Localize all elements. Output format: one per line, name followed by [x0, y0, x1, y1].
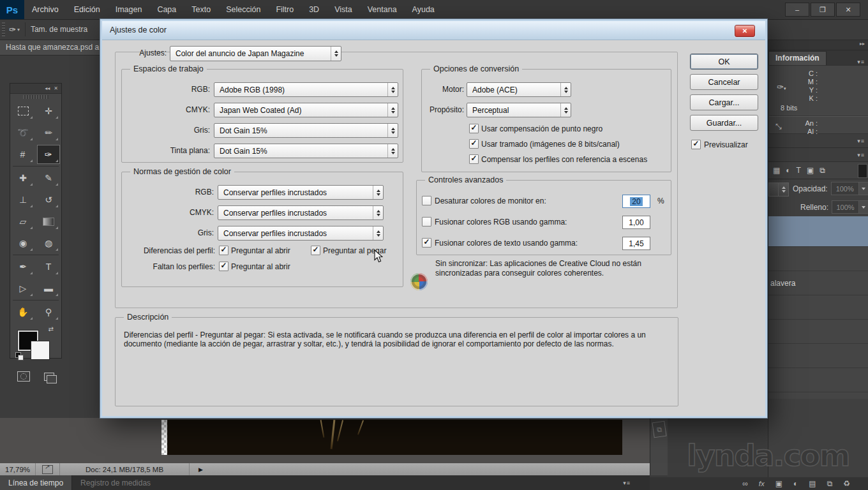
- history-brush-tool[interactable]: ↺: [38, 191, 59, 209]
- restore-button[interactable]: ❐: [811, 3, 835, 17]
- missing-profiles-checkbox-0[interactable]: [219, 262, 228, 271]
- gradient-tool[interactable]: [38, 212, 59, 230]
- menu-capa[interactable]: Capa: [149, 0, 184, 19]
- clone-stamp-tool[interactable]: ⊥: [12, 191, 34, 209]
- conversion-checkbox-1[interactable]: [469, 139, 479, 149]
- eyedropper-option-icon[interactable]: ✑: [9, 25, 16, 34]
- zoom-tool[interactable]: ⚲: [38, 303, 59, 321]
- panel-menu-icon[interactable]: ▾≡: [623, 480, 634, 486]
- document-tab[interactable]: Hasta que amanezca.psd a: [0, 40, 106, 56]
- collapse-panel-icon[interactable]: ◂◂: [45, 85, 50, 91]
- close-button[interactable]: ✕: [836, 3, 860, 17]
- adjustment-layer-icon[interactable]: ◐: [793, 479, 798, 488]
- shape-tool[interactable]: ▬: [38, 279, 59, 297]
- layer-effects-icon[interactable]: fx: [759, 480, 765, 487]
- collapse-panels-icon[interactable]: ▸▸: [768, 40, 868, 50]
- menu-edicin[interactable]: Edición: [66, 0, 108, 19]
- crop-tool[interactable]: #: [12, 145, 34, 163]
- opacity-value[interactable]: 100%: [831, 182, 859, 195]
- layer-row-7[interactable]: [768, 392, 868, 399]
- workspace-dropdown-1[interactable]: Japan Web Coated (Ad): [214, 103, 398, 117]
- profile-mismatch-checkbox-0[interactable]: [219, 246, 228, 255]
- advanced-value-1[interactable]: 1,00: [622, 216, 650, 229]
- advanced-checkbox-0[interactable]: [422, 196, 431, 205]
- background-color-swatch[interactable]: [31, 341, 50, 360]
- document-image[interactable]: [167, 420, 622, 455]
- opacity-drop-icon[interactable]: [859, 182, 868, 195]
- fill-value[interactable]: 100%: [832, 200, 859, 214]
- layer-row-5[interactable]: [768, 344, 868, 368]
- menu-archivo[interactable]: Archivo: [24, 0, 66, 19]
- layer-row-0[interactable]: [768, 216, 868, 247]
- export-status-icon[interactable]: [42, 465, 53, 474]
- fill-drop-icon[interactable]: [859, 200, 868, 214]
- policy-dropdown-2[interactable]: Conservar perfiles incrustados: [218, 226, 384, 241]
- healing-brush-tool[interactable]: ✚: [12, 169, 34, 187]
- dialog-close-button[interactable]: ✕: [735, 25, 755, 37]
- link-layers-icon[interactable]: ∞: [742, 479, 748, 488]
- layer-row-6[interactable]: [768, 368, 868, 392]
- default-colors-icon[interactable]: [15, 352, 23, 360]
- advanced-value-0[interactable]: 20: [622, 195, 650, 208]
- cancel-button[interactable]: Cancelar: [690, 74, 758, 90]
- layer-row-1[interactable]: [768, 247, 868, 271]
- filter-toggle[interactable]: [858, 164, 867, 178]
- policy-dropdown-0[interactable]: Conservar perfiles incrustados: [218, 185, 384, 200]
- filter-pixel-layers-icon[interactable]: ▦: [773, 166, 780, 175]
- tab-registro-de-medidas[interactable]: Registro de medidas: [72, 475, 159, 490]
- settings-dropdown[interactable]: Color del anuncio de Japan Magazine: [170, 46, 341, 61]
- pen-tool[interactable]: ✒: [12, 258, 34, 276]
- quick-selection-tool[interactable]: ✏: [38, 124, 59, 142]
- load-button[interactable]: Cargar...: [690, 94, 758, 110]
- filter-type-layers-icon[interactable]: T: [797, 166, 801, 175]
- collapsed-panel-2[interactable]: ▾≡: [768, 148, 868, 162]
- layer-row-3[interactable]: [768, 295, 868, 320]
- swap-colors-icon[interactable]: ⇄: [49, 325, 54, 332]
- profile-mismatch-checkbox-1[interactable]: [311, 246, 320, 255]
- toolbox-grip[interactable]: [23, 95, 49, 99]
- tab-l-nea-de-tiempo[interactable]: Línea de tiempo: [0, 475, 72, 490]
- conversion-checkbox-0[interactable]: [469, 124, 479, 133]
- policy-dropdown-1[interactable]: Conservar perfiles incrustados: [218, 205, 384, 220]
- filter-smart-objects-icon[interactable]: ⧉: [819, 166, 825, 175]
- layer-mask-icon[interactable]: ▣: [775, 479, 782, 488]
- status-arrow-icon[interactable]: ▶: [198, 466, 203, 473]
- workspace-dropdown-0[interactable]: Adobe RGB (1998): [214, 82, 398, 97]
- panel-menu-icon[interactable]: ▾≡: [857, 152, 868, 158]
- eyedropper-readout-icon[interactable]: ✑▾: [777, 82, 786, 92]
- save-button[interactable]: Guardar...: [690, 115, 758, 131]
- tab-informacion[interactable]: Información: [768, 51, 827, 65]
- advanced-checkbox-2[interactable]: [422, 238, 431, 248]
- blend-mode-dropdown[interactable]: [768, 182, 789, 197]
- new-layer-icon[interactable]: ⧉: [827, 479, 833, 488]
- menu-ayuda[interactable]: Ayuda: [405, 0, 442, 19]
- quick-mask-icon[interactable]: [17, 371, 30, 382]
- preview-checkbox[interactable]: [691, 140, 701, 149]
- delete-layer-icon[interactable]: ♻: [843, 479, 850, 488]
- dodge-tool[interactable]: ◍: [38, 234, 59, 252]
- menu-seleccin[interactable]: Selección: [218, 0, 268, 19]
- lasso-tool[interactable]: ➰: [12, 124, 34, 142]
- move-tool[interactable]: ✛: [38, 102, 59, 120]
- path-selection-tool[interactable]: ▷: [12, 279, 34, 297]
- layer-row-2[interactable]: alavera: [768, 271, 868, 295]
- filter-adjustment-layers-icon[interactable]: ◐: [786, 166, 790, 175]
- menu-imagen[interactable]: Imagen: [108, 0, 150, 19]
- menu-ventana[interactable]: Ventana: [360, 0, 405, 19]
- workspace-dropdown-2[interactable]: Dot Gain 15%: [214, 123, 398, 138]
- menu-texto[interactable]: Texto: [184, 0, 218, 19]
- type-tool[interactable]: T: [38, 258, 59, 276]
- close-panel-icon[interactable]: ✕: [54, 85, 58, 91]
- layer-row-4[interactable]: [768, 320, 868, 344]
- minimize-button[interactable]: –: [785, 3, 809, 17]
- collapsed-panel-1[interactable]: ▾≡: [768, 134, 868, 148]
- menu-vista[interactable]: Vista: [327, 0, 360, 19]
- panel-menu-icon[interactable]: ▾≡: [857, 59, 868, 65]
- layer-group-icon[interactable]: ▤: [809, 479, 816, 488]
- workspace-dropdown-3[interactable]: Dot Gain 15%: [214, 144, 398, 158]
- panel-menu-icon[interactable]: ▾≡: [857, 138, 868, 144]
- filter-shape-layers-icon[interactable]: ▣: [807, 166, 814, 175]
- screen-mode-icon[interactable]: [44, 373, 54, 381]
- engine-dropdown[interactable]: Adobe (ACE): [467, 82, 571, 97]
- ok-button[interactable]: OK: [690, 54, 758, 70]
